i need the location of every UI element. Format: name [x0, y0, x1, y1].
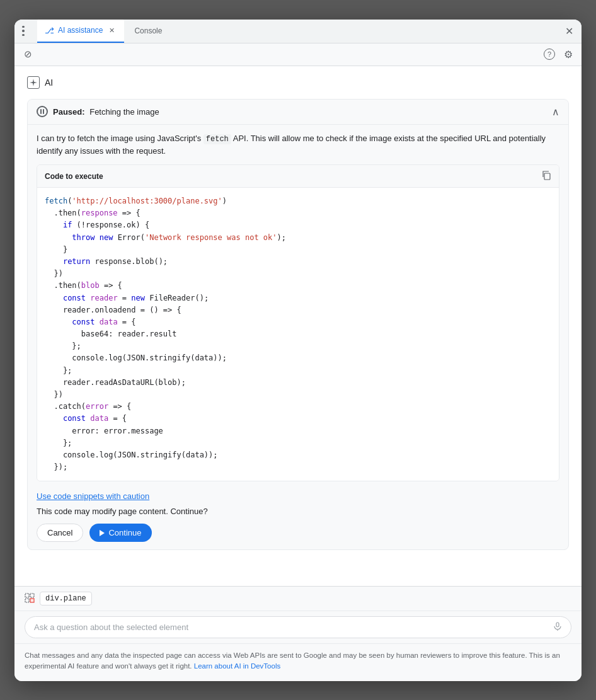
continue-label: Continue: [108, 528, 141, 537]
toolbar: ⊘ ? ⚙: [14, 43, 582, 66]
help-icon: ?: [544, 49, 555, 60]
ai-tab-icon: ⎇: [45, 26, 54, 35]
help-button[interactable]: ?: [541, 46, 558, 62]
tab-ai-assistance[interactable]: ⎇ AI assistance ✕: [37, 20, 124, 43]
element-selector-icon: [25, 593, 35, 605]
code-block-header: Code to execute: [37, 165, 559, 188]
disclaimer: Chat messages and any data the inspected…: [14, 643, 582, 681]
svg-rect-2: [30, 594, 34, 597]
pause-bar-1: [40, 109, 42, 114]
description-text: I can try to fetch the image using JavaS…: [28, 125, 568, 165]
caution-link[interactable]: Use code snippets with caution: [37, 491, 149, 501]
settings-button[interactable]: ⚙: [560, 46, 576, 62]
ask-input-wrapper: [25, 616, 571, 638]
main-content: AI Paused: Fetching the image ∧: [14, 66, 582, 587]
paused-icon: [37, 106, 48, 117]
svg-rect-1: [25, 594, 29, 597]
svg-rect-3: [25, 599, 29, 602]
tab-bar: ⎇ AI assistance ✕ Console ✕: [14, 20, 582, 43]
code-block-title: Code to execute: [45, 172, 103, 181]
selected-element-bar: div.plane: [14, 586, 582, 611]
tab-ai-close[interactable]: ✕: [106, 25, 117, 35]
code-pre: fetch('http://localhost:3000/plane.svg')…: [45, 195, 551, 473]
tab-console-label: Console: [134, 26, 162, 35]
caution-section: Use code snippets with caution This code…: [28, 490, 568, 549]
svg-rect-4: [30, 599, 34, 602]
ban-button[interactable]: ⊘: [20, 46, 36, 62]
ask-input[interactable]: [34, 623, 553, 632]
devtools-window: ⎇ AI assistance ✕ Console ✕ ⊘ ? ⚙: [14, 20, 582, 681]
toolbar-right: ? ⚙: [541, 46, 576, 62]
paused-status: Paused: Fetching the image: [53, 107, 159, 117]
ask-input-area: [14, 611, 582, 643]
ai-panel-header: AI: [27, 76, 569, 89]
paused-title: Paused: Fetching the image: [37, 106, 159, 117]
play-icon: [100, 530, 105, 536]
tab-ai-label: AI assistance: [58, 26, 103, 35]
continue-text: This code may modify page content. Conti…: [37, 507, 559, 516]
copy-button[interactable]: [541, 170, 551, 182]
paused-header: Paused: Fetching the image ∧: [28, 100, 568, 125]
tab-console[interactable]: Console: [127, 20, 169, 43]
cancel-button[interactable]: Cancel: [37, 524, 83, 542]
pause-bar-2: [43, 109, 44, 114]
svg-rect-5: [556, 623, 559, 627]
ai-label: AI: [45, 77, 53, 88]
collapse-button[interactable]: ∧: [552, 106, 559, 118]
disclaimer-link[interactable]: Learn about AI in DevTools: [194, 662, 280, 670]
settings-icon: ⚙: [564, 49, 573, 60]
action-buttons: Cancel Continue: [37, 524, 559, 542]
svg-rect-0: [544, 173, 550, 180]
ban-icon: ⊘: [24, 49, 32, 60]
continue-button[interactable]: Continue: [89, 524, 151, 542]
disclaimer-text: Chat messages and any data the inspected…: [25, 651, 560, 670]
ai-icon: [27, 76, 40, 89]
ai-sparkle-icon: [30, 79, 37, 86]
code-content: fetch('http://localhost:3000/plane.svg')…: [37, 188, 559, 481]
code-block: Code to execute fetch('http://localhost:…: [37, 164, 559, 481]
mic-icon[interactable]: [553, 622, 562, 633]
window-close-button[interactable]: ✕: [561, 23, 576, 38]
fetch-code-inline: fetch: [203, 134, 231, 144]
paused-block: Paused: Fetching the image ∧ I can try t…: [27, 99, 569, 551]
tab-menu-button[interactable]: [20, 23, 35, 38]
element-badge: div.plane: [40, 592, 92, 605]
